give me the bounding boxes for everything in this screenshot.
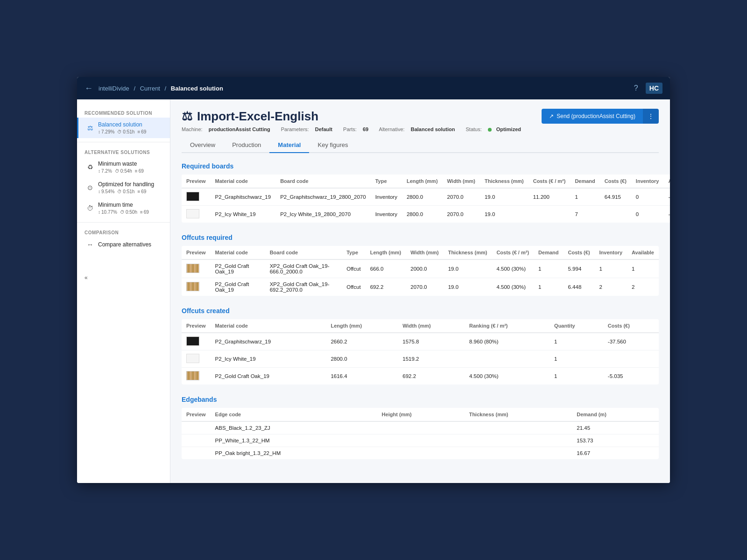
col-costs-or: Costs (€ / m²) <box>492 246 534 259</box>
min-time-stat2: ⏱ 0:50h <box>120 210 137 215</box>
sidebar-item-compare[interactable]: ↔ Compare alternatives <box>77 237 170 252</box>
table-row: P2_Icy White_19 2800.0 1519.2 1 <box>182 350 659 368</box>
type: Inventory <box>371 206 402 223</box>
length: 2800.0 <box>402 206 443 223</box>
required-boards-section: Required boards Preview Material code Bo… <box>182 162 659 223</box>
col-boardcode-rb: Board code <box>275 175 371 188</box>
inventory: 1 <box>595 259 627 278</box>
col-demand-rb: Demand <box>570 175 599 188</box>
table-row: P2_Gold Craft Oak_19 XP2_Gold Craft Oak_… <box>182 259 659 278</box>
height <box>377 434 465 447</box>
costs-eur: 5.994 <box>564 259 595 278</box>
table-row: P2_Gold Craft Oak_19 XP2_Gold Craft Oak_… <box>182 278 659 296</box>
col-height-eb: Height (mm) <box>377 408 465 421</box>
send-button[interactable]: ↗ Send (productionAssist Cutting) <box>542 109 643 124</box>
tab-key-figures[interactable]: Key figures <box>309 138 356 153</box>
demand: 1 <box>534 278 563 296</box>
material-code: P2_Graphitschwarz_19 <box>211 333 326 350</box>
params-label: Parameters: Default <box>281 126 337 132</box>
comparison-label: Comparison <box>77 226 170 237</box>
inventory: 2 <box>595 278 627 296</box>
sidebar-item-min-waste[interactable]: ♻ Minimum waste ↕ 7.2% ⏱ 0:54h ≡ 69 <box>77 157 170 177</box>
back-button[interactable]: ← <box>85 84 93 93</box>
table-row: PP_Oak bright_1.3_22_HM 16.67 <box>182 447 659 460</box>
table-row: P2_Graphitschwarz_19 P2_Graphitschwarz_1… <box>182 188 670 206</box>
ranking: 4.500 (30%) <box>465 368 550 385</box>
offcuts-created-heading: Offcuts created <box>182 307 659 315</box>
preview-cell <box>182 206 211 223</box>
width: 1519.2 <box>398 350 465 368</box>
demand: 16.67 <box>572 447 659 460</box>
ranking: 8.960 (80%) <box>465 333 550 350</box>
preview-cell <box>182 368 211 385</box>
board-code: XP2_Gold Craft Oak_19-666.0_2000.0 <box>265 259 342 278</box>
sidebar-item-min-time[interactable]: ⏱ Minimum time ↕ 10.77% ⏱ 0:50h ≡ 69 <box>77 198 170 218</box>
help-icon[interactable]: ? <box>634 84 638 92</box>
breadcrumb: intelliDivide / Current / Balanced solut… <box>99 85 223 92</box>
user-badge[interactable]: HC <box>646 83 662 94</box>
costs: 4.500 (30%) <box>492 259 534 278</box>
min-time-stat1: ↕ 10.77% <box>98 210 117 215</box>
min-time-title: Minimum time <box>98 202 162 208</box>
min-waste-stat3: ≡ 69 <box>135 168 144 174</box>
min-waste-stat2: ⏱ 0:54h <box>115 168 132 174</box>
demand: 153.73 <box>572 434 659 447</box>
breadcrumb-current[interactable]: Current <box>140 85 160 92</box>
demand: 21.45 <box>572 421 659 434</box>
compare-title: Compare alternatives <box>98 241 162 248</box>
ranking <box>465 350 550 368</box>
col-type-rb: Type <box>371 175 402 188</box>
tab-production[interactable]: Production <box>224 138 269 153</box>
recommended-label: Recommended solution <box>77 107 170 118</box>
collapse-button[interactable]: « <box>77 271 170 285</box>
col-type-or: Type <box>342 246 365 259</box>
available: 2 <box>627 278 659 296</box>
table-row: ABS_Black_1.2_23_ZJ 21.45 <box>182 421 659 434</box>
send-more-button[interactable]: ⋮ <box>643 109 659 124</box>
col-available-rb: Available <box>663 175 670 188</box>
min-waste-icon: ♻ <box>86 163 94 171</box>
table-row: PP_White_1.3_22_HM 153.73 <box>182 434 659 447</box>
page-header: ⚖ Import-Excel-English ↗ Send (productio… <box>182 109 659 124</box>
col-costseur-or: Costs (€) <box>564 246 595 259</box>
breadcrumb-intellidivide[interactable]: intelliDivide <box>99 85 129 92</box>
thickness: 19.0 <box>480 206 529 223</box>
width: 2070.0 <box>443 206 480 223</box>
type: Offcut <box>342 259 365 278</box>
min-waste-stat1: ↕ 7.2% <box>98 168 112 174</box>
sidebar-item-balanced[interactable]: ⚖ Balanced solution ↕ 7.29% ⏱ 0:51h ≡ 69 <box>77 118 170 138</box>
width: 2070.0 <box>406 278 443 296</box>
required-boards-heading: Required boards <box>182 162 659 170</box>
quantity: 1 <box>550 350 603 368</box>
material-code: P2_Gold Craft Oak_19 <box>211 368 326 385</box>
opt-stat2: ⏱ 0:51h <box>117 189 134 194</box>
sidebar-divider-1 <box>77 142 170 142</box>
costs-eur: 64.915 <box>600 188 631 206</box>
sidebar-item-opt-handling[interactable]: ⊙ Optimized for handling ↕ 9.54% ⏱ 0:51h… <box>77 177 170 198</box>
balanced-title: Balanced solution <box>98 121 162 128</box>
demand: 7 <box>570 206 599 223</box>
main-layout: Recommended solution ⚖ Balanced solution… <box>77 99 670 483</box>
parts-label: Parts: 69 <box>343 126 373 132</box>
tab-overview[interactable]: Overview <box>182 138 224 153</box>
col-thickness-rb: Thickness (mm) <box>480 175 529 188</box>
costs-eur <box>600 206 631 223</box>
width: 1575.8 <box>398 333 465 350</box>
height <box>377 447 465 460</box>
col-matcode-rb: Material code <box>211 175 276 188</box>
col-width-oc: Width (mm) <box>398 319 465 333</box>
col-preview-or: Preview <box>182 246 211 259</box>
edgebands-table: Preview Edge code Height (mm) Thickness … <box>182 408 659 459</box>
length: 2660.2 <box>326 333 398 350</box>
col-costs-rb: Costs (€ / m²) <box>529 175 571 188</box>
page-title: ⚖ Import-Excel-English <box>182 109 318 124</box>
required-boards-table: Preview Material code Board code Type Le… <box>182 175 670 223</box>
offcuts-required-table: Preview Material code Board code Type Le… <box>182 246 659 296</box>
col-width-or: Width (mm) <box>406 246 443 259</box>
col-thickness-eb: Thickness (mm) <box>465 408 572 421</box>
col-matcode-oc: Material code <box>211 319 326 333</box>
material-code: P2_Gold Craft Oak_19 <box>211 259 265 278</box>
type: Offcut <box>342 278 365 296</box>
col-inventory-rb: Inventory <box>631 175 664 188</box>
tab-material[interactable]: Material <box>269 138 309 153</box>
